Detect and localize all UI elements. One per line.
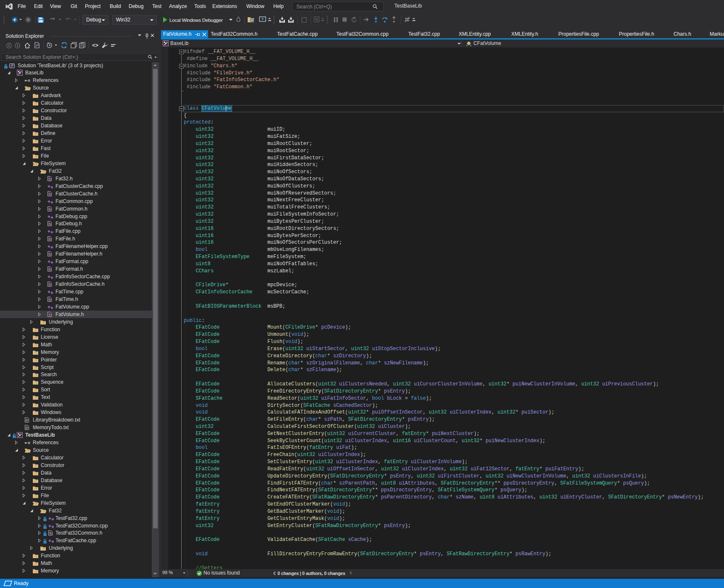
svg-text:h: h xyxy=(48,312,50,316)
svg-text:h: h xyxy=(48,237,50,241)
svg-text:h: h xyxy=(48,177,50,181)
svg-text:h: h xyxy=(48,267,50,272)
svg-text:h: h xyxy=(48,297,50,301)
svg-text:h: h xyxy=(48,252,50,256)
svg-text:h: h xyxy=(48,222,50,226)
svg-text:h: h xyxy=(48,207,50,211)
svg-text:h: h xyxy=(48,282,50,287)
svg-text:h: h xyxy=(49,531,51,535)
svg-text:h: h xyxy=(48,192,50,196)
